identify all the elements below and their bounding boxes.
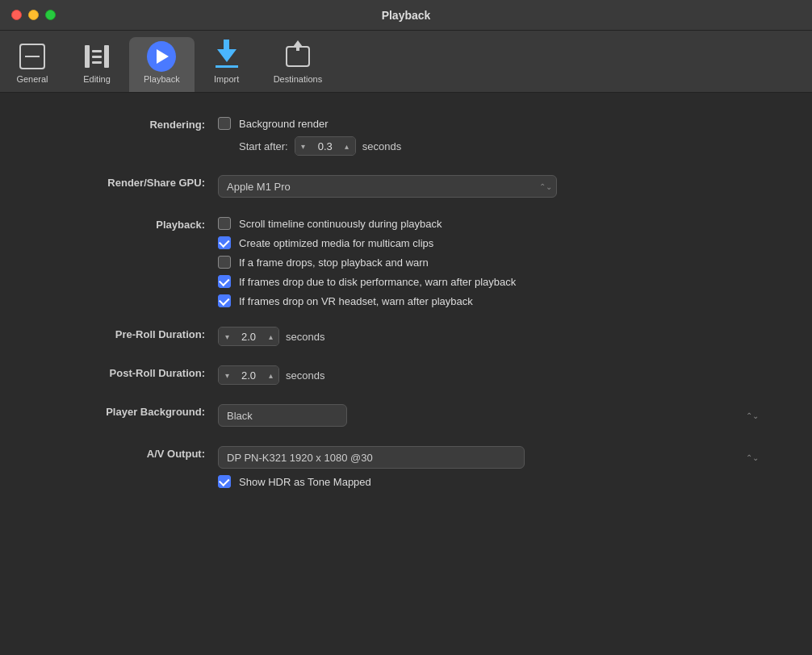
playback-option-label-4: If frames drop on VR headset, warn after… <box>239 295 473 307</box>
background-render-label: Background render <box>239 118 329 130</box>
playback-option-label-0: Scroll timeline continuously during play… <box>239 218 442 230</box>
av-output-label: A/V Output: <box>48 446 218 460</box>
postroll-stepper-row: ▾ 2.0 ▴ seconds <box>218 365 764 385</box>
av-output-select-wrapper: DP PN-K321 1920 x 1080 @30 <box>218 446 764 469</box>
postroll-seconds: seconds <box>286 369 324 382</box>
playback-checkbox-3[interactable] <box>218 275 231 288</box>
playback-row: Playback: Scroll timeline continuously d… <box>48 217 764 307</box>
playback-checkbox-1[interactable] <box>218 236 231 249</box>
start-after-stepper[interactable]: ▾ 0.3 ▴ <box>295 136 356 156</box>
preroll-seconds: seconds <box>286 331 324 343</box>
postroll-stepper[interactable]: ▾ 2.0 ▴ <box>218 365 279 385</box>
rendering-label: Rendering: <box>48 117 218 131</box>
editing-icon <box>82 42 111 71</box>
toolbar-item-destinations[interactable]: Destinations <box>259 37 337 92</box>
start-after-decrement[interactable]: ▾ <box>295 136 312 156</box>
settings-content: Rendering: Background render Start after… <box>0 93 812 655</box>
postroll-row: Post-Roll Duration: ▾ 2.0 ▴ seconds <box>48 365 764 385</box>
close-button[interactable] <box>11 10 22 20</box>
maximize-button[interactable] <box>45 10 56 20</box>
playback-checkbox-2[interactable] <box>218 256 231 269</box>
toolbar-item-playback[interactable]: Playback <box>129 37 195 92</box>
gpu-content: Apple M1 Pro <box>218 175 764 198</box>
playback-option-3: If frames drop due to disk performance, … <box>218 275 764 288</box>
import-label: Import <box>214 74 239 84</box>
playback-option-label-1: Create optimized media for multicam clip… <box>239 237 433 249</box>
preroll-increment[interactable]: ▴ <box>262 327 278 346</box>
player-bg-row: Player Background: Black White Checkerbo… <box>48 404 764 427</box>
player-bg-select[interactable]: Black White Checkerboard <box>218 404 347 427</box>
playback-label: Playback <box>144 74 180 84</box>
import-icon <box>212 42 241 71</box>
preroll-content: ▾ 2.0 ▴ seconds <box>218 327 764 346</box>
toolbar-item-editing[interactable]: Editing <box>65 37 129 92</box>
playback-option-1: Create optimized media for multicam clip… <box>218 236 764 249</box>
player-bg-label: Player Background: <box>48 404 218 418</box>
show-hdr-checkbox[interactable] <box>218 475 231 488</box>
preroll-value: 2.0 <box>235 331 262 343</box>
av-output-row: A/V Output: DP PN-K321 1920 x 1080 @30 S… <box>48 446 764 488</box>
av-output-content: DP PN-K321 1920 x 1080 @30 Show HDR as T… <box>218 446 764 488</box>
show-hdr-label: Show HDR as Tone Mapped <box>239 476 371 488</box>
preroll-decrement[interactable]: ▾ <box>219 327 235 346</box>
player-bg-select-wrapper: Black White Checkerboard <box>218 404 764 427</box>
playback-option-0: Scroll timeline continuously during play… <box>218 217 764 230</box>
toolbar: General Editing Playback <box>0 31 812 93</box>
preroll-row: Pre-Roll Duration: ▾ 2.0 ▴ seconds <box>48 327 764 346</box>
minimize-button[interactable] <box>28 10 39 20</box>
playback-option-label-3: If frames drop due to disk performance, … <box>239 276 516 288</box>
postroll-value: 2.0 <box>235 369 262 382</box>
postroll-decrement[interactable]: ▾ <box>219 365 235 385</box>
playback-checkbox-0[interactable] <box>218 217 231 230</box>
preroll-stepper-row: ▾ 2.0 ▴ seconds <box>218 327 764 346</box>
gpu-row: Render/Share GPU: Apple M1 Pro <box>48 175 764 198</box>
start-after-row: Start after: ▾ 0.3 ▴ seconds <box>239 136 764 156</box>
start-after-value: 0.3 <box>312 140 339 152</box>
destinations-icon <box>283 42 312 71</box>
playback-option-label-2: If a frame drops, stop playback and warn <box>239 257 429 269</box>
traffic-lights <box>11 10 56 20</box>
gpu-label: Render/Share GPU: <box>48 175 218 189</box>
playback-options: Scroll timeline continuously during play… <box>218 217 764 307</box>
toolbar-item-import[interactable]: Import <box>195 37 259 92</box>
start-after-increment[interactable]: ▴ <box>339 136 355 156</box>
gpu-select[interactable]: Apple M1 Pro <box>218 175 557 198</box>
general-icon <box>18 42 47 71</box>
destinations-label: Destinations <box>274 74 323 84</box>
rendering-content: Background render Start after: ▾ 0.3 ▴ s… <box>218 117 764 156</box>
playback-label-field: Playback: <box>48 217 218 231</box>
editing-label: Editing <box>83 74 111 84</box>
gpu-select-wrapper: Apple M1 Pro <box>218 175 557 198</box>
window-title: Playback <box>382 9 431 22</box>
postroll-increment[interactable]: ▴ <box>262 365 278 385</box>
preroll-label: Pre-Roll Duration: <box>48 327 218 340</box>
postroll-content: ▾ 2.0 ▴ seconds <box>218 365 764 385</box>
preroll-stepper[interactable]: ▾ 2.0 ▴ <box>218 327 279 346</box>
general-label: General <box>16 74 48 84</box>
rendering-row: Rendering: Background render Start after… <box>48 117 764 156</box>
title-bar: Playback <box>0 0 812 31</box>
background-render-checkbox[interactable] <box>218 117 231 130</box>
playback-option-4: If frames drop on VR headset, warn after… <box>218 294 764 307</box>
show-hdr-row: Show HDR as Tone Mapped <box>218 475 764 488</box>
background-render-row: Background render <box>218 117 764 130</box>
av-output-select[interactable]: DP PN-K321 1920 x 1080 @30 <box>218 446 525 469</box>
start-after-seconds: seconds <box>362 140 401 152</box>
playback-icon <box>147 42 176 71</box>
start-after-label: Start after: <box>239 140 288 152</box>
playback-checkbox-4[interactable] <box>218 294 231 307</box>
postroll-label: Post-Roll Duration: <box>48 365 218 379</box>
playback-option-2: If a frame drops, stop playback and warn <box>218 256 764 269</box>
toolbar-item-general[interactable]: General <box>0 37 65 92</box>
player-bg-content: Black White Checkerboard <box>218 404 764 427</box>
